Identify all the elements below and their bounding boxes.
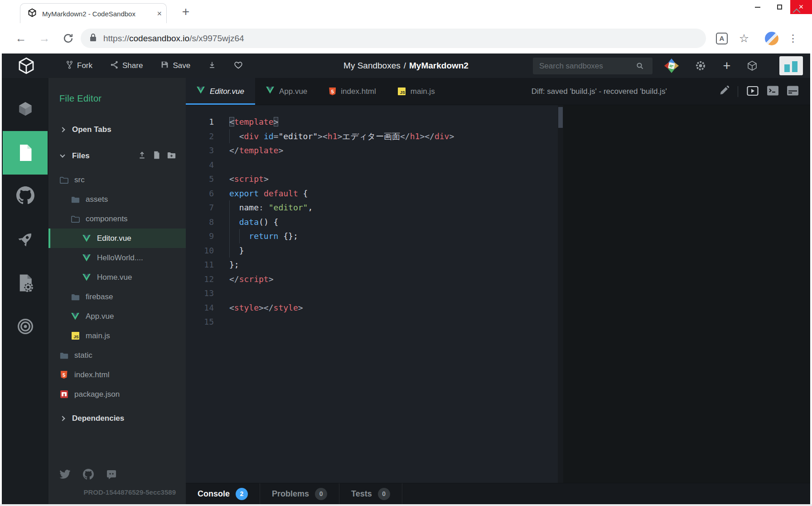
editor-scrollbar[interactable]	[558, 105, 563, 483]
vue-icon	[82, 273, 91, 282]
editor-tab-Diff[interactable]: Diff: saved 'build.js' - recovered 'buil…	[521, 78, 678, 105]
file-icon	[17, 144, 34, 162]
line-number: 12	[186, 272, 214, 287]
user-avatar[interactable]	[779, 56, 803, 75]
browser-tab[interactable]: MyMarkdown2 - CodeSandbox ×	[20, 3, 167, 24]
patron-badge-icon[interactable]	[662, 54, 681, 78]
tree-item-assets[interactable]: assets	[48, 190, 186, 209]
status-tab-problems[interactable]: Problems0	[260, 483, 339, 504]
line-number: 3	[186, 143, 214, 158]
editor-tabbar: Editor.vueApp.vue5index.htmlJSmain.jsDif…	[186, 78, 810, 105]
tree-item-Editor.vue[interactable]: Editor.vue	[48, 229, 186, 248]
browser-titlebar: MyMarkdown2 - CodeSandbox × + ×	[0, 0, 812, 23]
code-line-3: 3</template>	[186, 143, 563, 158]
rail-file-editor-active[interactable]	[3, 131, 48, 175]
breadcrumb-parent[interactable]: My Sandboxes	[343, 61, 401, 71]
fork-button[interactable]: Fork	[66, 60, 92, 72]
tree-item-index.html[interactable]: 5index.html	[48, 365, 186, 384]
reload-button[interactable]	[58, 23, 78, 54]
tab-close-icon[interactable]: ×	[157, 10, 162, 18]
editor-tab-main.js[interactable]: JSmain.js	[387, 78, 446, 105]
share-button[interactable]: Share	[111, 61, 143, 71]
editor-tab-label: App.vue	[279, 87, 307, 96]
rail-file-settings-icon[interactable]	[2, 267, 48, 299]
tree-item-App.vue[interactable]: App.vue	[48, 307, 186, 326]
code-line-14: 14<style></style>	[186, 301, 563, 315]
code-line-5: 5<script>	[186, 172, 563, 186]
chevron-down-icon	[60, 152, 65, 157]
download-button[interactable]	[208, 61, 216, 71]
tree-item-components[interactable]: components	[48, 209, 186, 229]
tree-item-static[interactable]: static	[48, 345, 186, 365]
tree-item-src[interactable]: src	[48, 170, 186, 190]
files-section[interactable]: Files	[48, 148, 186, 164]
tree-item-main.js[interactable]: JSmain.js	[48, 326, 186, 345]
tree-item-firebase[interactable]: firebase	[48, 287, 186, 307]
rail-live-broadcast-icon[interactable]	[2, 310, 48, 343]
new-tab-button[interactable]: +	[177, 3, 195, 21]
editor-scrollbar-thumb[interactable]	[558, 107, 563, 128]
upload-icon[interactable]	[138, 151, 146, 161]
search-input[interactable]	[533, 58, 652, 74]
save-button[interactable]: Save	[161, 61, 190, 71]
translate-icon[interactable]: A	[712, 23, 732, 54]
maximize-button[interactable]	[768, 0, 790, 14]
bookmark-star-icon[interactable]: ☆	[734, 23, 754, 54]
new-sandbox-plus-icon[interactable]: +	[718, 54, 736, 78]
url-host: codesandbox.io	[129, 34, 189, 44]
codesandbox-logo-icon[interactable]	[17, 57, 35, 75]
tree-item-Home.vue[interactable]: Home.vue	[48, 268, 186, 287]
folder-open-icon	[59, 175, 68, 185]
line-number: 8	[186, 215, 214, 229]
fork-icon	[66, 60, 73, 72]
breadcrumb-current: MyMarkdown2	[409, 61, 469, 71]
dependencies-section[interactable]: Dependencies	[48, 410, 186, 427]
rail-rocket-icon[interactable]	[2, 223, 48, 256]
minimize-button[interactable]	[747, 0, 768, 14]
panel-layout-icon[interactable]	[787, 86, 798, 97]
rail-sandbox-cube-icon[interactable]	[2, 92, 48, 125]
sandbox-cube-icon[interactable]	[743, 54, 761, 78]
breadcrumb: My Sandboxes / MyMarkdown2	[343, 54, 469, 78]
code-line-11: 11};	[186, 258, 563, 272]
discord-icon[interactable]	[106, 469, 117, 482]
like-button[interactable]	[234, 61, 243, 71]
address-bar[interactable]: https://codesandbox.io/s/x9975wjz64	[81, 29, 706, 48]
github-icon[interactable]	[83, 469, 94, 482]
line-number: 13	[186, 286, 214, 301]
browser-tab-title: MyMarkdown2 - CodeSandbox	[42, 10, 154, 18]
code-editor[interactable]: 1<template>2 <div id="editor"><h1>エディター画…	[186, 105, 563, 483]
status-tab-label: Problems	[272, 489, 309, 499]
editor-tab-index.html[interactable]: 5index.html	[318, 78, 387, 105]
code-line-2: 2 <div id="editor"><h1>エディター画面</h1></div…	[186, 129, 563, 144]
browser-menu-icon[interactable]: ⋮	[783, 23, 803, 54]
status-tab-tests[interactable]: Tests0	[339, 483, 402, 504]
preview-play-icon[interactable]	[747, 86, 759, 98]
editor-tab-Editor.vue[interactable]: Editor.vue	[186, 78, 255, 105]
share-icon	[111, 61, 118, 71]
maximize-icon	[777, 5, 782, 10]
rail-github-icon[interactable]	[2, 179, 48, 212]
prettier-pen-icon[interactable]	[719, 86, 729, 97]
tree-item-package.json[interactable]: package.json	[48, 384, 186, 404]
browser-window: MyMarkdown2 - CodeSandbox × + × ← → http…	[0, 0, 812, 506]
browser-urlbar: ← → https://codesandbox.io/s/x9975wjz64 …	[0, 23, 812, 54]
save-icon	[161, 61, 169, 71]
status-count-badge: 0	[378, 488, 390, 500]
new-folder-icon[interactable]	[167, 151, 176, 161]
open-tabs-section[interactable]: Open Tabs	[48, 122, 186, 138]
back-button[interactable]: ←	[12, 23, 30, 54]
tree-item-HelloWorld....[interactable]: HelloWorld....	[48, 248, 186, 268]
settings-gear-icon[interactable]	[691, 54, 710, 78]
folder-icon	[71, 195, 80, 204]
browser-profile-avatar[interactable]	[765, 32, 778, 45]
folder-icon	[71, 292, 80, 302]
line-number: 9	[186, 229, 214, 243]
twitter-icon[interactable]	[59, 470, 71, 481]
file-explorer: File Editor Open Tabs Files srcassetscom…	[48, 78, 186, 504]
new-file-icon[interactable]	[153, 151, 160, 161]
editor-tab-App.vue[interactable]: App.vue	[255, 78, 318, 105]
forward-button[interactable]: →	[35, 23, 53, 54]
terminal-icon[interactable]	[767, 86, 778, 97]
status-tab-console[interactable]: Console2	[186, 483, 260, 504]
